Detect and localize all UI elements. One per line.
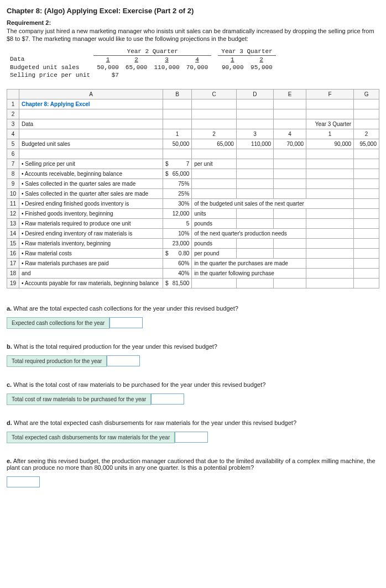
cell-e: 70,000 (274, 139, 306, 149)
cell-g (354, 278, 379, 288)
cell-d: 3 (236, 129, 273, 139)
cell-e (274, 109, 306, 119)
price-label: Selling price per unit (7, 71, 93, 79)
cell-g (354, 208, 379, 218)
row-number: 11 (7, 198, 19, 208)
cell-c: units (192, 208, 237, 218)
question-c: c. What is the total cost of raw materia… (7, 381, 379, 405)
row-number: 8 (7, 169, 19, 179)
answer-a-label: Expected cash collections for the year (7, 317, 109, 329)
table-row: 17• Raw materials purchases are paid60%i… (7, 258, 379, 268)
cell-c (192, 278, 237, 288)
cell-d (236, 99, 273, 109)
cell-b: 12,000 (163, 208, 192, 218)
cell-d (236, 238, 273, 248)
cell-d (236, 218, 273, 228)
cell-a: Data (19, 119, 163, 129)
cell-g (354, 218, 379, 228)
cell-a: • Finished goods inventory, beginning (19, 208, 163, 218)
cell-f (306, 109, 354, 119)
cell-c: pounds (192, 218, 237, 228)
cell-a: • Raw materials purchases are paid (19, 258, 163, 268)
budgeted-label: Budgeted unit sales (7, 64, 93, 71)
table-row: 10• Sales collected in the quarter after… (7, 188, 379, 198)
cell-f (306, 248, 354, 258)
table-row: 15• Raw materials inventory, beginning23… (7, 238, 379, 248)
cell-g (354, 258, 379, 268)
cell-d (236, 109, 273, 119)
row-number: 19 (7, 278, 19, 288)
answer-b-input[interactable] (107, 355, 140, 366)
cell-g (354, 268, 379, 278)
cell-f (306, 278, 354, 288)
cell-f (306, 268, 354, 278)
cell-d (236, 179, 273, 188)
cell-g (354, 159, 379, 169)
cell-g (354, 188, 379, 198)
cell-a: Chapter 8: Applying Excel (19, 99, 163, 109)
cell-g (354, 149, 379, 159)
cell-b: 25% (163, 188, 192, 198)
cell-c (192, 179, 237, 188)
cell-b: 40% (163, 268, 192, 278)
cell-f (306, 169, 354, 179)
cell-f: 1 (306, 129, 354, 139)
table-row: 3DataYear 3 Quarter (7, 119, 379, 129)
cell-c: in the quarter the purchases are made (192, 258, 306, 268)
row-number: 16 (7, 248, 19, 258)
year3-header: Year 3 Quarter (218, 48, 275, 56)
table-row: 16• Raw material costs$0.80per pound (7, 248, 379, 258)
row-number: 6 (7, 149, 19, 159)
answer-c-input[interactable] (151, 393, 184, 405)
cell-f (306, 238, 354, 248)
cell-e (274, 179, 306, 188)
cell-e (274, 99, 306, 109)
answer-b-label: Total required production for the year (7, 355, 107, 367)
cell-a (19, 109, 163, 119)
cell-f (306, 188, 354, 198)
cell-g (354, 109, 379, 119)
cell-a: • Selling price per unit (19, 159, 163, 169)
table-row: 2 (7, 109, 379, 119)
cell-b: $0.80 (163, 248, 192, 258)
row-number: 13 (7, 218, 19, 228)
cell-g (354, 99, 379, 109)
row-number: 2 (7, 109, 19, 119)
cell-e (274, 119, 306, 129)
table-row: 19• Accounts payable for raw materials, … (7, 278, 379, 288)
answer-d-input[interactable] (175, 432, 208, 443)
table-row: 7• Selling price per unit$7per unit (7, 159, 379, 169)
cell-c: 2 (192, 129, 237, 139)
cell-c (192, 188, 237, 198)
table-row: 13• Raw materials required to produce on… (7, 218, 379, 228)
cell-a (19, 129, 163, 139)
answer-a-input[interactable] (109, 317, 143, 328)
cell-d (236, 149, 273, 159)
cell-e (274, 218, 306, 228)
cell-f (306, 258, 354, 268)
cell-b: 60% (163, 258, 192, 268)
table-row: 18 and40%in the quarter following purcha… (7, 268, 379, 278)
cell-b: $81,500 (163, 278, 192, 288)
row-number: 7 (7, 159, 19, 169)
cell-f (306, 149, 354, 159)
cell-b: 10% (163, 228, 192, 238)
data-label: Data (7, 55, 93, 64)
cell-b: 30% (163, 198, 192, 208)
cell-b: 50,000 (163, 139, 192, 149)
requirement-block: Requirement 2: The company just hired a … (7, 19, 379, 43)
cell-c: per pound (192, 248, 237, 258)
cell-c: in the quarter following purchase (192, 268, 306, 278)
cell-b (163, 119, 192, 129)
cell-d (236, 159, 273, 169)
cell-b: 75% (163, 179, 192, 188)
cell-e (274, 159, 306, 169)
cell-b: 1 (163, 129, 192, 139)
cell-b (163, 149, 192, 159)
projections-table: Year 2 Quarter Year 3 Quarter Data 1 2 3… (7, 48, 276, 79)
table-row: 4123412 (7, 129, 379, 139)
cell-b (163, 99, 192, 109)
cell-e (274, 248, 306, 258)
answer-e-input[interactable] (7, 476, 40, 487)
cell-g: 2 (354, 129, 379, 139)
